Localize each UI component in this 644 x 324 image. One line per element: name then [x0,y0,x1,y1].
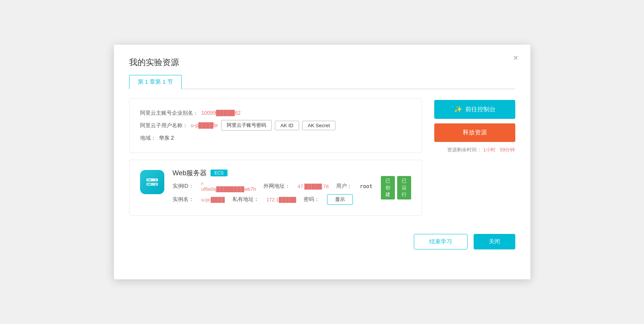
enterprise-alias-row: 阿里云主账号企业别名： 10099█████62 [140,107,411,119]
footer-row: 结束学习 关闭 [129,234,515,249]
external-ip-label: 外网地址： [264,183,290,190]
instance-name-value: u-pc████ [201,197,225,202]
left-panel: 阿里云主账号企业别名： 10099█████62 阿里云子用户名称： u-p██… [129,98,422,216]
sub-user-label: 阿里云子用户名称： [140,120,188,131]
sub-user-row: 阿里云子用户名称： u-p████br 阿里云子账号密码 AK ID AK Se… [140,120,411,131]
tab-chapter1[interactable]: 第 1 章第 1 节 [129,75,182,89]
close-button[interactable]: 关闭 [474,234,515,249]
password-label: 密码： [304,196,320,203]
remaining-hours: 1小时 [483,147,496,153]
svg-point-2 [155,179,156,181]
goto-label: 前往控制台 [465,106,496,114]
remaining-prefix: 资源剩余时间： [447,147,482,153]
account-info-card: 阿里云主账号企业别名： 10099█████62 阿里云子用户名称： u-p██… [129,98,422,153]
ecs-icon [145,175,159,189]
private-ip-label: 私有地址： [232,196,259,203]
svg-point-3 [155,184,156,185]
instance-id-label: 实例ID： [173,183,194,190]
svg-rect-4 [147,179,151,181]
right-panel: ✨ 前往控制台 释放资源 资源剩余时间： 1小时 59分钟 [434,98,515,153]
remaining-time: 资源剩余时间： 1小时 59分钟 [434,146,515,153]
btn-password[interactable]: 阿里云子账号密码 [221,120,272,131]
release-resource-button[interactable]: 释放资源 [434,123,515,142]
private-ip-value: 172.1█████ [267,197,296,202]
external-ip-value: 47.█████.78 [298,184,329,189]
goto-icon: ✨ [454,105,462,114]
goto-console-button[interactable]: ✨ 前往控制台 [434,100,515,119]
badge-created: 已创建 [381,176,395,199]
server-icon [140,170,164,194]
region-label: 地域： [140,132,156,144]
instance-name-row: 实例名： u-pc████ 私有地址： 172.1█████ 密码： 显示 [173,194,373,205]
instance-id-value: i-uf6e0q████████wb7h [201,181,256,192]
status-badges: 已创建 已运行 [381,176,411,199]
ecs-badge: ECS [211,170,228,176]
user-label: 用户： [336,183,352,190]
end-study-button[interactable]: 结束学习 [414,234,468,249]
instance-id-row: 实例ID： i-uf6e0q████████wb7h 外网地址： 47.████… [173,181,373,192]
region-row: 地域： 华东 2 [140,132,411,144]
main-content: 阿里云主账号企业别名： 10099█████62 阿里云子用户名称： u-p██… [129,98,515,216]
btn-aksecret[interactable]: AK Secret [302,121,336,130]
badge-running: 已运行 [397,176,411,199]
server-info: Web服务器 ECS 实例ID： i-uf6e0q████████wb7h 外网… [173,168,373,207]
server-title-row: Web服务器 ECS [173,168,373,178]
instance-name-label: 实例名： [173,196,194,203]
tabs-row: 第 1 章第 1 节 [129,75,515,89]
btn-show-password[interactable]: 显示 [327,194,353,205]
btn-akid[interactable]: AK ID [275,121,299,130]
server-name: Web服务器 [173,168,207,178]
remaining-minutes: 59分钟 [500,147,515,153]
dialog-title: 我的实验资源 [129,57,515,68]
main-dialog: × 我的实验资源 第 1 章第 1 节 阿里云主账号企业别名： 10099███… [114,45,530,279]
sub-user-value: u-p████br [191,120,218,131]
enterprise-alias-value: 10099█████62 [201,107,241,119]
user-value: root [360,183,373,189]
server-card: Web服务器 ECS 实例ID： i-uf6e0q████████wb7h 外网… [129,160,422,216]
svg-rect-5 [147,184,151,185]
region-value: 华东 2 [159,132,174,144]
enterprise-alias-label: 阿里云主账号企业别名： [140,107,198,119]
close-icon[interactable]: × [513,54,518,62]
